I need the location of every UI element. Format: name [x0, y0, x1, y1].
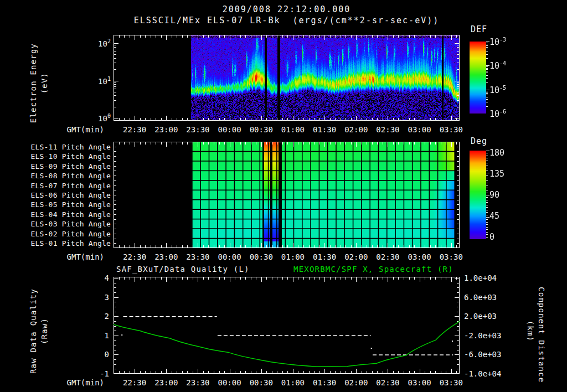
- x-tick-label: 03:00: [403, 252, 436, 261]
- x-tick-label: 01:00: [276, 378, 310, 387]
- bottom-right-title: MEXORBMC/SPF X, Spacecraft (R): [293, 265, 453, 274]
- deg-tick-label: 135: [489, 169, 504, 179]
- x-tick-label: 23:30: [181, 125, 214, 134]
- x-tick-label: 23:00: [150, 378, 183, 387]
- distance-tick-label: -6.0e+03: [464, 350, 517, 359]
- plot-screen: 2009/008 22:12:00.000 ELSSCIL/MEx ELS-07…: [0, 0, 567, 392]
- x-tick-label: 22:30: [118, 378, 151, 387]
- def-colorbar-title: DEF: [471, 24, 487, 34]
- bottom-left-title: SAF_BXuT/Data Quality (L): [116, 265, 250, 274]
- pitch-row-label: ELS-11 Pitch Angle: [21, 142, 111, 151]
- bottom-left-y-axis-label: Raw Data Quality (Raw): [28, 287, 50, 375]
- quality-tick-label: 4: [83, 274, 109, 282]
- def-tick-label: 10-4: [489, 60, 506, 71]
- bottom-right-y-axis-label-line1: Component Distance: [536, 287, 547, 375]
- def-tick-label: 10-3: [489, 37, 506, 47]
- energy-tick-label: 101: [78, 76, 111, 86]
- pitch-row-label: ELS-06 Pitch Angle: [21, 191, 111, 199]
- top-y-axis-label: Electron Energy (eV): [28, 39, 50, 127]
- pitch-row-label: ELS-05 Pitch Angle: [21, 200, 111, 209]
- pitch-row-label: ELS-04 Pitch Angle: [21, 210, 111, 218]
- x-tick-label: 03:00: [403, 378, 436, 387]
- energy-tick-label: 100: [78, 113, 111, 123]
- x-tick-label: 03:30: [435, 125, 468, 134]
- x-tick-label: 02:00: [339, 252, 373, 261]
- pitch-angle-panel: [114, 142, 460, 248]
- x-tick-label: 02:30: [371, 125, 404, 134]
- x-tick-label: 01:30: [308, 252, 341, 261]
- x-tick-label: 23:30: [181, 252, 214, 261]
- bottom-right-y-axis-label-line2: (km): [525, 287, 536, 375]
- pitch-row-label: ELS-03 Pitch Angle: [21, 220, 111, 228]
- x-tick-label: 00:00: [213, 252, 246, 261]
- gmt-label: GMT(min): [50, 378, 104, 387]
- def-colorbar: [470, 42, 491, 114]
- deg-colorbar: [470, 151, 491, 239]
- quality-tick-label: -1: [83, 369, 109, 378]
- def-tick-label: 10-5: [489, 84, 506, 95]
- x-tick-label: 02:30: [371, 252, 404, 261]
- x-tick-label: 02:00: [339, 125, 373, 134]
- bottom-right-y-axis-label: Component Distance (km): [525, 287, 547, 375]
- x-tick-label: 00:00: [213, 378, 246, 387]
- bottom-left-y-axis-label-line1: Raw Data Quality: [28, 287, 39, 375]
- deg-tick-label: 90: [489, 190, 499, 200]
- quality-distance-plot: [114, 277, 460, 374]
- pitch-row-label: ELS-10 Pitch Angle: [21, 152, 111, 161]
- x-tick-label: 01:30: [308, 125, 341, 134]
- energy-tick-label: 102: [78, 38, 111, 48]
- pitch-row-label: ELS-02 Pitch Angle: [21, 229, 111, 238]
- deg-colorbar-title: Deg: [471, 136, 487, 146]
- deg-tick-label: 180: [489, 148, 504, 158]
- top-y-axis-label-line2: (eV): [39, 39, 50, 127]
- x-tick-label: 01:00: [276, 252, 310, 261]
- bottom-left-y-axis-label-line2: (Raw): [39, 287, 50, 375]
- x-tick-label: 03:30: [435, 378, 468, 387]
- distance-tick-label: -1.0e+04: [464, 369, 517, 378]
- gmt-label: GMT(min): [50, 125, 104, 134]
- quality-tick-label: 0: [83, 350, 109, 359]
- quality-tick-label: 1: [83, 331, 109, 340]
- x-tick-label: 03:30: [435, 252, 468, 261]
- distance-tick-label: -2.0e+03: [464, 331, 517, 340]
- x-tick-label: 00:30: [245, 378, 278, 387]
- x-tick-label: 01:00: [276, 125, 310, 134]
- x-tick-label: 00:30: [245, 252, 278, 261]
- x-tick-label: 22:30: [118, 252, 151, 261]
- x-tick-label: 02:00: [339, 378, 373, 387]
- deg-tick-label: 0: [489, 232, 494, 242]
- top-y-axis-label-line1: Electron Energy: [28, 39, 39, 127]
- deg-tick-label: 45: [489, 211, 499, 221]
- x-tick-label: 23:00: [150, 252, 183, 261]
- quality-tick-label: 3: [83, 293, 109, 302]
- x-tick-label: 03:00: [403, 125, 436, 134]
- x-tick-label: 22:30: [118, 125, 151, 134]
- title-instrument: ELSSCIL/MEx ELS-07 LR-Bk (ergs/(cm**2-sr…: [114, 16, 460, 25]
- distance-tick-label: 6.0e+03: [464, 293, 517, 302]
- title-datetime: 2009/008 22:12:00.000: [114, 4, 460, 14]
- x-tick-label: 23:30: [181, 378, 214, 387]
- pitch-row-label: ELS-07 Pitch Angle: [21, 181, 111, 189]
- distance-tick-label: 1.0e+04: [464, 274, 517, 282]
- x-tick-label: 02:30: [371, 378, 404, 387]
- x-tick-label: 01:30: [308, 378, 341, 387]
- x-tick-label: 23:00: [150, 125, 183, 134]
- def-tick-label: 10-6: [489, 108, 506, 118]
- x-tick-label: 00:30: [245, 125, 278, 134]
- x-tick-label: 00:00: [213, 125, 246, 134]
- distance-tick-label: 2.0e+03: [464, 312, 517, 321]
- pitch-row-label: ELS-01 Pitch Angle: [21, 239, 111, 247]
- electron-energy-spectrogram: [114, 35, 460, 121]
- pitch-row-label: ELS-09 Pitch Angle: [21, 162, 111, 170]
- pitch-row-label: ELS-08 Pitch Angle: [21, 172, 111, 180]
- gmt-label: GMT(min): [50, 252, 104, 261]
- quality-tick-label: 2: [83, 312, 109, 321]
